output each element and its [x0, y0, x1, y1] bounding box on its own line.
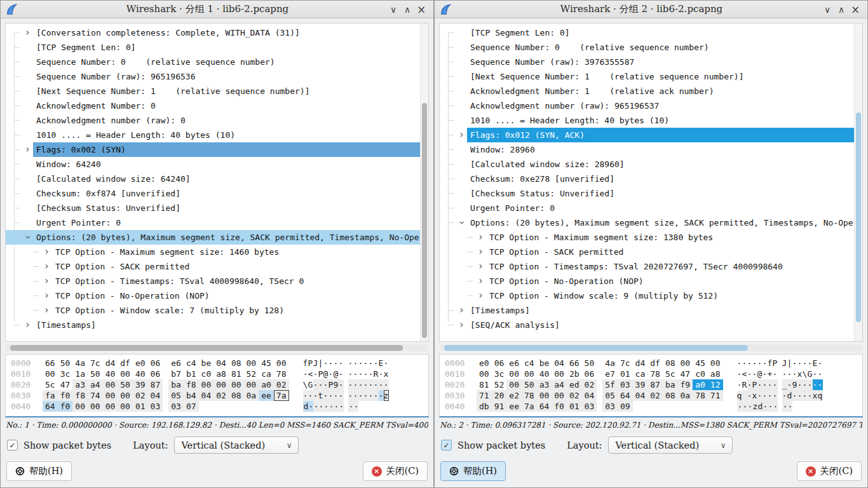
hex-byte[interactable]: 02: [274, 379, 289, 390]
hex-byte[interactable]: 39: [633, 379, 648, 390]
hex-byte[interactable]: 52: [244, 369, 259, 379]
hex-row[interactable]: 0040db91ee7a64f001030309···zd·····: [445, 401, 862, 412]
hex-byte[interactable]: 00: [708, 358, 723, 369]
hex-byte[interactable]: b4: [184, 390, 199, 401]
tree-row[interactable]: ›[Next Sequence Number: 1 (relative sequ…: [6, 84, 420, 98]
hex-byte[interactable]: 02: [582, 379, 597, 390]
hex-row[interactable]: 004064f00000000001030307d·········: [11, 401, 428, 412]
twisty-collapsed-icon[interactable]: ›: [475, 260, 486, 273]
hex-row[interactable]: 00205c47a3a400503987baf800000000a002\G··…: [11, 379, 428, 390]
ascii-char[interactable]: ·: [313, 390, 318, 401]
hex-byte[interactable]: 04: [552, 358, 567, 369]
ascii-char[interactable]: @: [757, 369, 763, 379]
ascii-char[interactable]: ·: [763, 401, 768, 412]
hex-byte[interactable]: 2b: [567, 369, 582, 379]
hex-byte[interactable]: 00: [522, 369, 537, 379]
ascii-char[interactable]: ·: [818, 358, 823, 369]
hex-byte[interactable]: a4: [88, 379, 103, 390]
twisty-collapsed-icon[interactable]: ›: [22, 143, 33, 156]
hex-byte[interactable]: 12: [708, 379, 723, 390]
hex-byte[interactable]: 04: [633, 390, 648, 401]
ascii-char[interactable]: ·: [763, 379, 768, 390]
twisty-collapsed-icon[interactable]: ›: [22, 26, 33, 39]
hex-byte[interactable]: 00: [678, 358, 693, 369]
hex-byte[interactable]: 00: [118, 369, 133, 379]
ascii-char[interactable]: f: [768, 358, 773, 369]
close-icon[interactable]: ×: [848, 1, 862, 18]
twisty-collapsed-icon[interactable]: ›: [456, 128, 467, 142]
hex-byte[interactable]: c0: [199, 369, 214, 379]
hex-byte[interactable]: 7c: [618, 358, 633, 369]
ascii-char[interactable]: ·: [369, 369, 374, 379]
ascii-char[interactable]: 9: [792, 379, 797, 390]
ascii-char[interactable]: ·: [797, 379, 803, 390]
hex-byte[interactable]: 00: [103, 401, 118, 412]
hex-byte[interactable]: a0: [693, 379, 708, 390]
hex-byte[interactable]: 05: [602, 390, 618, 401]
hex-byte[interactable]: b1: [184, 369, 199, 379]
show-packet-bytes-checkbox[interactable]: ✓: [7, 440, 18, 451]
ascii-char[interactable]: ·: [308, 390, 313, 401]
hex-byte[interactable]: 64: [43, 401, 58, 412]
ascii-char[interactable]: @: [334, 369, 339, 379]
ascii-char[interactable]: ·: [353, 390, 358, 401]
ascii-char[interactable]: ·: [339, 379, 344, 390]
ascii-char[interactable]: ·: [384, 379, 389, 390]
ascii-char[interactable]: _: [782, 379, 787, 390]
hex-byte[interactable]: 06: [148, 358, 163, 369]
ascii-char[interactable]: P: [308, 358, 313, 369]
hex-byte[interactable]: 00: [88, 401, 103, 412]
ascii-char[interactable]: ·: [757, 379, 763, 390]
ascii-char[interactable]: ·: [808, 390, 813, 401]
hex-byte[interactable]: 50: [58, 358, 73, 369]
hex-byte[interactable]: 39: [133, 379, 148, 390]
ascii-char[interactable]: ·: [773, 401, 778, 412]
ascii-char[interactable]: ·: [348, 369, 353, 379]
ascii-char[interactable]: +: [768, 369, 773, 379]
hex-byte[interactable]: 08: [229, 358, 244, 369]
tree-row[interactable]: ›[Checksum Status: Unverified]: [440, 186, 854, 201]
hex-byte[interactable]: 40: [103, 369, 118, 379]
twisty-collapsed-icon[interactable]: ›: [456, 304, 467, 317]
ascii-char[interactable]: ·: [792, 390, 797, 401]
hex-byte[interactable]: e0: [477, 358, 492, 369]
hex-byte[interactable]: ee: [506, 401, 522, 412]
hex-byte[interactable]: e2: [506, 390, 522, 401]
ascii-char[interactable]: J: [782, 358, 787, 369]
tree-row[interactable]: ›TCP Option - No-Operation (NOP): [6, 288, 420, 303]
ascii-char[interactable]: ·: [797, 358, 803, 369]
hex-byte[interactable]: d4: [103, 358, 118, 369]
hex-byte[interactable]: 7c: [88, 358, 103, 369]
ascii-char[interactable]: ·: [348, 358, 353, 369]
ascii-char[interactable]: ·: [313, 401, 318, 412]
hex-byte[interactable]: 03: [602, 401, 618, 412]
tree-row[interactable]: ›Urgent Pointer: 0: [6, 215, 420, 230]
tree-row[interactable]: ›Acknowledgment number (raw): 965196537: [440, 98, 854, 113]
ascii-char[interactable]: ·: [323, 379, 329, 390]
hex-byte[interactable]: c0: [693, 369, 708, 379]
tree-row[interactable]: ›[Timestamps]: [440, 303, 854, 318]
hex-byte[interactable]: 0a: [678, 390, 693, 401]
hex-byte[interactable]: 05: [168, 390, 184, 401]
ascii-char[interactable]: ·: [358, 379, 363, 390]
hex-byte[interactable]: 40: [537, 369, 552, 379]
hex-byte[interactable]: 03: [148, 401, 163, 412]
hex-byte[interactable]: 00: [244, 358, 259, 369]
hex-byte[interactable]: a0: [259, 379, 274, 390]
tree-row[interactable]: ›Acknowledgment Number: 1 (relative ack …: [440, 84, 854, 98]
hex-byte[interactable]: c4: [184, 358, 199, 369]
ascii-char[interactable]: ·: [379, 379, 384, 390]
ascii-char[interactable]: P: [329, 379, 334, 390]
hex-byte[interactable]: 52: [492, 379, 507, 390]
tree-row[interactable]: ›Urgent Pointer: 0: [440, 201, 854, 215]
hex-byte[interactable]: 02: [567, 390, 582, 401]
hex-byte[interactable]: 40: [133, 369, 148, 379]
ascii-char[interactable]: ·: [782, 390, 787, 401]
hex-byte[interactable]: 08: [663, 358, 678, 369]
hex-byte[interactable]: 66: [43, 358, 58, 369]
hex-byte[interactable]: a8: [708, 369, 723, 379]
twisty-collapsed-icon[interactable]: ›: [475, 289, 486, 302]
ascii-char[interactable]: ·: [329, 369, 334, 379]
tree-row[interactable]: ›[SEQ/ACK analysis]: [440, 318, 854, 332]
hex-byte[interactable]: 5c: [43, 379, 58, 390]
